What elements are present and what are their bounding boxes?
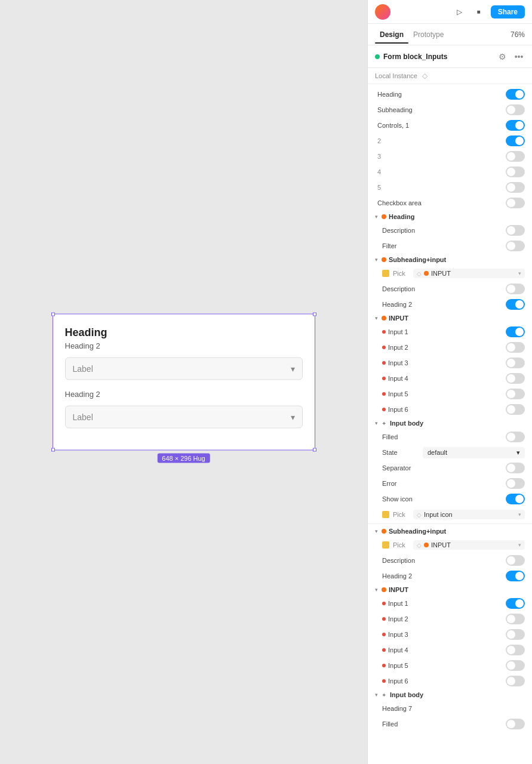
frame-size-label: 648 × 296 Hug — [157, 454, 210, 463]
input4-dot — [382, 377, 386, 380]
pick-arrow-2: ▾ — [518, 512, 521, 517]
input4-toggle[interactable] — [506, 373, 525, 384]
p2-toggle[interactable] — [506, 135, 525, 146]
checkbox-area-toggle[interactable] — [506, 198, 525, 208]
pick-row-1[interactable]: Pick ◇ INPUT ▾ — [368, 266, 532, 281]
section-input2-label: INPUT — [389, 586, 408, 593]
input2b-toggle[interactable] — [506, 614, 525, 624]
zoom-indicator[interactable]: 76% — [511, 30, 525, 39]
prop-error: Error — [368, 476, 532, 491]
stop-button[interactable]: ■ — [472, 5, 486, 19]
show-icon-toggle[interactable] — [506, 494, 525, 504]
state-label: State — [382, 449, 418, 456]
tab-design[interactable]: Design — [375, 26, 408, 44]
component-actions: ⚙ ••• — [496, 51, 525, 63]
pick-value-box-2[interactable]: ◇ Input icon ▾ — [413, 510, 525, 519]
section-input[interactable]: ▾ INPUT — [368, 312, 532, 324]
chevron-subheading-input-2: ▾ — [375, 528, 378, 534]
prop-4: 4 — [368, 164, 532, 180]
input5b-toggle[interactable] — [506, 660, 525, 671]
frame-select-1[interactable]: Label ▾ — [65, 358, 303, 380]
p3-toggle[interactable] — [506, 151, 525, 162]
input1-toggle[interactable] — [506, 326, 525, 337]
pick-value-box-1[interactable]: ◇ INPUT ▾ — [413, 269, 525, 278]
description3-toggle[interactable] — [506, 555, 525, 566]
heading3-toggle[interactable] — [506, 571, 525, 581]
input5-dot — [382, 392, 386, 396]
prop-input5b-label: Input 5 — [388, 662, 506, 669]
section-subheading-input-2[interactable]: ▾ Subheading+input — [368, 525, 532, 537]
input3b-toggle[interactable] — [506, 629, 525, 640]
p5-toggle[interactable] — [506, 182, 525, 193]
star-icon: ✦ — [382, 420, 386, 427]
section-subheading-input-label: Subheading+input — [389, 256, 446, 263]
description2-toggle[interactable] — [506, 284, 525, 294]
filled2-toggle[interactable] — [506, 719, 525, 729]
canvas-frame: Heading Heading 2 Label ▾ Heading 2 Labe… — [53, 314, 315, 451]
section-heading[interactable]: ▾ Heading — [368, 211, 532, 223]
more-icon[interactable]: ••• — [513, 51, 525, 63]
input5-toggle[interactable] — [506, 389, 525, 399]
pick-row-3[interactable]: Pick ◇ INPUT ▾ — [368, 537, 532, 553]
input4b-toggle[interactable] — [506, 645, 525, 655]
controls1-toggle[interactable] — [506, 120, 525, 131]
input3-toggle[interactable] — [506, 358, 525, 368]
input1b-toggle[interactable] — [506, 598, 525, 609]
prop-input2: Input 2 — [368, 340, 532, 355]
pick-value-box-3[interactable]: ◇ INPUT ▾ — [413, 540, 525, 550]
prop-input1b: Input 1 — [368, 596, 532, 611]
section-subheading-input[interactable]: ▾ Subheading+input — [368, 254, 532, 266]
frame-heading: Heading — [65, 326, 303, 339]
input6-toggle[interactable] — [506, 404, 525, 415]
prop-subheading-label: Subheading — [377, 106, 506, 113]
heading2-toggle[interactable] — [506, 299, 525, 310]
prop-input5-label: Input 5 — [388, 390, 506, 398]
heading-toggle[interactable] — [506, 89, 525, 100]
prop-4-label: 4 — [377, 168, 506, 175]
pick-folder-icon-2 — [382, 511, 389, 518]
chevron-input-2: ▾ — [375, 587, 378, 593]
prop-input4b: Input 4 — [368, 642, 532, 658]
frame-select-2[interactable]: Label ▾ — [65, 406, 303, 429]
section-input-body-2[interactable]: ▾ ✦ Input body — [368, 689, 532, 701]
pick-folder-icon-3 — [382, 541, 389, 549]
separator-toggle[interactable] — [506, 463, 525, 473]
prop-filter-label: Filter — [382, 242, 506, 249]
input2-toggle[interactable] — [506, 342, 525, 353]
prop-heading: Heading — [368, 87, 532, 102]
prop-filled-label: Filled — [382, 433, 506, 440]
chevron-input-body: ▾ — [375, 420, 378, 426]
play-button[interactable]: ▷ — [453, 5, 467, 19]
gear-icon[interactable]: ⚙ — [496, 51, 508, 63]
pick-diamond-1: ◇ — [417, 270, 422, 277]
corner-tl — [51, 313, 55, 316]
filled-toggle[interactable] — [506, 432, 525, 442]
frame-box[interactable]: Heading Heading 2 Label ▾ Heading 2 Labe… — [53, 314, 315, 451]
pick-row-2[interactable]: Pick ◇ Input icon ▾ — [368, 507, 532, 522]
chevron-input: ▾ — [375, 315, 378, 321]
error-toggle[interactable] — [506, 478, 525, 489]
frame-subheading-2: Heading 2 — [65, 390, 303, 399]
state-select[interactable]: default ▾ — [423, 447, 525, 458]
input2-dot — [382, 346, 386, 349]
share-button[interactable]: Share — [491, 5, 525, 19]
input5b-dot — [382, 664, 386, 667]
prop-3: 3 — [368, 149, 532, 164]
input6b-toggle[interactable] — [506, 676, 525, 686]
chevron-subheading-input: ▾ — [375, 257, 378, 263]
filter-toggle[interactable] — [506, 241, 525, 251]
section-input-body[interactable]: ▾ ✦ Input body — [368, 417, 532, 429]
section-input-2[interactable]: ▾ INPUT — [368, 584, 532, 596]
input1-dot — [382, 330, 386, 334]
frame-select-label: Label — [73, 364, 93, 374]
description-toggle[interactable] — [506, 225, 525, 236]
prop-input1: Input 1 — [368, 324, 532, 340]
prop-input2b-label: Input 2 — [388, 615, 506, 623]
subheading-toggle[interactable] — [506, 104, 525, 115]
p4-toggle[interactable] — [506, 167, 525, 177]
tab-prototype[interactable]: Prototype — [408, 26, 448, 44]
prop-input3b-label: Input 3 — [388, 631, 506, 638]
prop-description-label: Description — [382, 227, 506, 234]
pick-label-2: Pick — [393, 511, 410, 518]
prop-heading3-label: Heading 2 — [382, 572, 506, 580]
